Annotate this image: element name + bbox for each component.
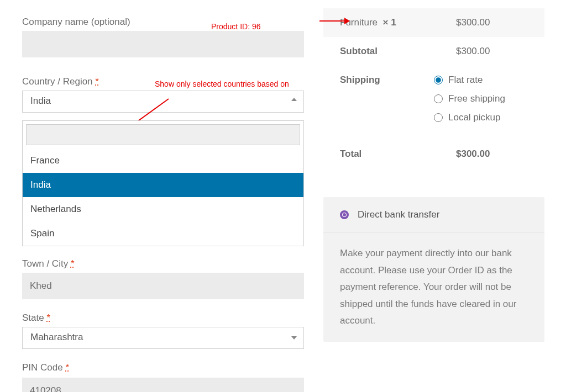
state-select[interactable]: Maharashtra <box>22 327 304 349</box>
payment-box: Direct bank transfer Make your payment d… <box>323 197 544 342</box>
subtotal-row: Subtotal $300.00 <box>323 37 544 66</box>
shipping-option-free[interactable]: Free shipping <box>434 93 528 104</box>
shipping-opt-label: Free shipping <box>448 93 505 104</box>
pin-input[interactable] <box>22 378 304 392</box>
payment-description: Make your payment directly into our bank… <box>323 233 544 342</box>
shipping-opt-label: Flat rate <box>448 75 483 86</box>
shipping-row: Shipping Flat rate Free shipping Local p… <box>323 66 544 140</box>
country-selected-value: India <box>30 96 51 106</box>
required-mark: * <box>71 258 75 269</box>
annotation-product-id: Product ID: 96 <box>211 22 261 31</box>
payment-method-direct-bank[interactable]: Direct bank transfer <box>323 197 544 233</box>
product-price: $300.00 <box>456 17 528 28</box>
country-search-input[interactable] <box>26 124 300 145</box>
total-label: Total <box>340 149 456 160</box>
town-label-partial: Town / City * <box>22 258 307 269</box>
country-label-text: Country / Region <box>22 76 93 87</box>
order-summary: Furniture × 1 $300.00 Subtotal $300.00 S… <box>323 8 544 168</box>
country-option-france[interactable]: France <box>23 149 303 173</box>
total-value: $300.00 <box>456 149 528 160</box>
order-product-row: Furniture × 1 $300.00 <box>323 8 544 37</box>
shipping-radio-flat-rate[interactable] <box>434 76 443 84</box>
annotation-arrow-icon <box>319 17 350 25</box>
svg-marker-1 <box>344 18 350 24</box>
product-cell: Furniture × 1 <box>340 17 456 28</box>
state-field-group: State * Maharashtra <box>22 312 307 349</box>
chevron-up-icon <box>291 98 297 101</box>
town-input[interactable] <box>22 273 304 299</box>
payment-method-label: Direct bank transfer <box>358 209 439 220</box>
state-label: State * <box>22 312 307 324</box>
country-option-spain[interactable]: Spain <box>23 221 303 246</box>
chevron-down-icon <box>291 336 297 340</box>
subtotal-value: $300.00 <box>456 46 528 57</box>
shipping-opt-label: Local pickup <box>448 112 501 123</box>
pin-label: PIN Code * <box>22 362 307 373</box>
payment-radio-icon <box>340 210 349 219</box>
country-option-netherlands[interactable]: Netherlands <box>23 197 303 221</box>
required-mark: * <box>46 312 50 323</box>
country-option-india[interactable]: India <box>23 173 303 197</box>
shipping-radio-free[interactable] <box>434 94 443 103</box>
pin-field-group: PIN Code * <box>22 362 307 392</box>
subtotal-label: Subtotal <box>340 46 456 57</box>
state-label-text: State <box>22 312 44 323</box>
dropdown-search-wrap <box>23 121 303 149</box>
shipping-option-flat-rate[interactable]: Flat rate <box>434 75 528 86</box>
shipping-options: Flat rate Free shipping Local pickup <box>434 75 528 131</box>
total-row: Total $300.00 <box>323 140 544 168</box>
shipping-label: Shipping <box>340 75 434 131</box>
product-qty: × 1 <box>382 17 396 28</box>
country-dropdown-panel: France India Netherlands Spain <box>22 120 304 246</box>
state-value: Maharashtra <box>30 332 83 342</box>
required-mark: * <box>95 76 99 87</box>
shipping-option-pickup[interactable]: Local pickup <box>434 112 528 123</box>
pin-label-text: PIN Code <box>22 362 63 373</box>
company-field-group: Company name (optional) <box>22 17 307 57</box>
company-input[interactable] <box>22 31 304 57</box>
company-label: Company name (optional) <box>22 17 307 28</box>
required-mark: * <box>65 362 69 373</box>
town-label-text: Town / City <box>22 258 68 269</box>
shipping-radio-pickup[interactable] <box>434 113 443 122</box>
